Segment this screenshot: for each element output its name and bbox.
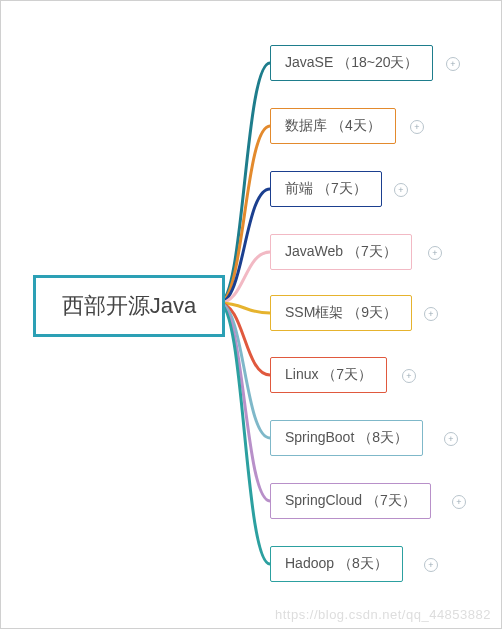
child-node[interactable]: JavaWeb （7天） xyxy=(270,234,412,270)
child-node-label: JavaSE （18~20天） xyxy=(285,54,418,70)
expand-icon[interactable]: + xyxy=(452,495,466,509)
child-node-label: Linux （7天） xyxy=(285,366,372,382)
child-node-label: Hadoop （8天） xyxy=(285,555,388,571)
child-node[interactable]: 数据库 （4天） xyxy=(270,108,396,144)
expand-icon[interactable]: + xyxy=(394,183,408,197)
watermark-text: https://blog.csdn.net/qq_44853882 xyxy=(275,607,491,622)
child-node[interactable]: Hadoop （8天） xyxy=(270,546,403,582)
expand-icon[interactable]: + xyxy=(410,120,424,134)
expand-icon[interactable]: + xyxy=(424,307,438,321)
child-node[interactable]: 前端 （7天） xyxy=(270,171,382,207)
child-node-label: SpringCloud （7天） xyxy=(285,492,416,508)
connector-line xyxy=(219,303,270,501)
child-node[interactable]: JavaSE （18~20天） xyxy=(270,45,433,81)
connector-line xyxy=(219,303,270,438)
connector-line xyxy=(219,63,270,303)
child-node[interactable]: SpringCloud （7天） xyxy=(270,483,431,519)
child-node[interactable]: SSM框架 （9天） xyxy=(270,295,412,331)
expand-icon[interactable]: + xyxy=(444,432,458,446)
mindmap-canvas: 西部开源Java JavaSE （18~20天）+数据库 （4天）+前端 （7天… xyxy=(0,0,502,629)
expand-icon[interactable]: + xyxy=(446,57,460,71)
expand-icon[interactable]: + xyxy=(402,369,416,383)
child-node-label: SSM框架 （9天） xyxy=(285,304,397,320)
child-node-label: 前端 （7天） xyxy=(285,180,367,196)
child-node-label: SpringBoot （8天） xyxy=(285,429,408,445)
child-node-label: 数据库 （4天） xyxy=(285,117,381,133)
expand-icon[interactable]: + xyxy=(428,246,442,260)
child-node[interactable]: Linux （7天） xyxy=(270,357,387,393)
child-node-label: JavaWeb （7天） xyxy=(285,243,397,259)
child-node[interactable]: SpringBoot （8天） xyxy=(270,420,423,456)
root-label: 西部开源Java xyxy=(62,291,196,321)
expand-icon[interactable]: + xyxy=(424,558,438,572)
root-node[interactable]: 西部开源Java xyxy=(33,275,225,337)
